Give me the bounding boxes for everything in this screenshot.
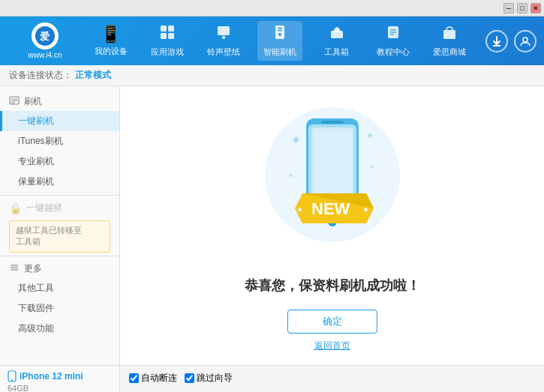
device-phone-icon bbox=[8, 370, 17, 382]
nav-smart-flash[interactable]: 智能刷机 bbox=[257, 21, 302, 61]
sidebar-section-flash[interactable]: 刷机 bbox=[0, 92, 119, 111]
sidebar-device-info: iPhone 12 mini 64GB Down-12mini-13,1 bbox=[0, 366, 120, 392]
profile-btn[interactable] bbox=[514, 30, 536, 52]
svg-text:爱: 爱 bbox=[40, 31, 50, 42]
svg-rect-34 bbox=[313, 129, 352, 195]
device-storage: 64GB bbox=[8, 384, 112, 392]
nav-bar: 📱 我的设备 应用游戏 bbox=[83, 21, 478, 61]
jailbreak-section-icon: 🔒 bbox=[9, 202, 22, 214]
nav-store[interactable]: 爱思商城 bbox=[427, 21, 472, 61]
sidebar-item-advanced[interactable]: 高级功能 bbox=[0, 319, 119, 339]
auto-disconnect-input[interactable] bbox=[129, 373, 139, 383]
svg-rect-4 bbox=[161, 33, 167, 39]
my-device-label: 我的设备 bbox=[95, 46, 128, 57]
apps-icon bbox=[159, 24, 176, 45]
minimize-btn[interactable]: ─ bbox=[503, 3, 514, 13]
my-device-icon: 📱 bbox=[101, 25, 121, 44]
svg-rect-15 bbox=[335, 27, 338, 30]
logo-area: 爱 www.i4.cn bbox=[8, 22, 83, 59]
status-value: 正常模式 bbox=[75, 69, 111, 82]
tools-label: 工具箱 bbox=[324, 46, 349, 58]
svg-rect-35 bbox=[321, 121, 344, 124]
success-illustration: ✦ ✦ ✦ ✦ ★ ★ NEW bbox=[257, 100, 407, 265]
status-bar: 设备连接状态： 正常模式 bbox=[0, 65, 544, 86]
download-btn[interactable] bbox=[485, 30, 508, 52]
tools-icon bbox=[329, 24, 345, 45]
sidebar-section-jailbreak: 🔒 一键越狱 bbox=[0, 199, 119, 217]
content-bottom-bar: 自动断连 跳过向导 阻止iTunes运行 V7.98.66 客服 微信公众号 检… bbox=[120, 366, 544, 392]
more-section-icon bbox=[9, 262, 20, 275]
confirm-button[interactable]: 确定 bbox=[287, 310, 377, 334]
smart-flash-icon bbox=[272, 24, 288, 45]
checkboxes-row: 自动断连 跳过向导 bbox=[120, 366, 544, 388]
svg-text:✦: ✦ bbox=[290, 133, 302, 148]
maximize-btn[interactable]: □ bbox=[517, 3, 527, 13]
svg-rect-10 bbox=[278, 28, 282, 29]
logo-icon: 爱 bbox=[32, 22, 59, 49]
svg-text:★: ★ bbox=[296, 205, 303, 214]
svg-rect-11 bbox=[278, 30, 282, 31]
svg-point-12 bbox=[278, 33, 281, 36]
store-icon bbox=[441, 24, 458, 45]
sidebar-section-more[interactable]: 更多 bbox=[0, 259, 119, 278]
svg-text:★: ★ bbox=[362, 205, 369, 214]
tutorials-label: 教程中心 bbox=[377, 46, 410, 58]
sidebar-divider-1 bbox=[0, 195, 119, 196]
svg-rect-6 bbox=[218, 26, 230, 35]
smart-flash-label: 智能刷机 bbox=[263, 46, 296, 58]
skip-wizard-input[interactable] bbox=[185, 373, 194, 383]
content-area: ✦ ✦ ✦ ✦ ★ ★ NEW 恭喜您，保资料刷机成功啦！ 确定 bbox=[120, 86, 544, 365]
skip-wizard-label: 跳过向导 bbox=[197, 372, 233, 385]
skip-wizard-checkbox[interactable]: 跳过向导 bbox=[185, 372, 233, 385]
more-section-label: 更多 bbox=[24, 262, 42, 275]
sidebar-item-pro-flash[interactable]: 专业刷机 bbox=[0, 151, 119, 172]
svg-point-47 bbox=[11, 379, 13, 381]
bottom-section: iPhone 12 mini 64GB Down-12mini-13,1 自动断… bbox=[0, 365, 544, 392]
device-name: iPhone 12 mini bbox=[20, 371, 83, 382]
main-layout: 刷机 一键刷机 iTunes刷机 专业刷机 保量刷机 🔒 一键越狱 越狱工具已转… bbox=[0, 86, 544, 365]
auto-disconnect-label: 自动断连 bbox=[141, 372, 177, 385]
sidebar-item-save-flash[interactable]: 保量刷机 bbox=[0, 172, 119, 192]
nav-tutorials[interactable]: 教程中心 bbox=[371, 21, 416, 61]
window-controls[interactable]: ─ □ ✕ bbox=[503, 3, 541, 13]
svg-text:✦: ✦ bbox=[365, 130, 374, 142]
logo-url: www.i4.cn bbox=[28, 51, 62, 59]
title-bar: ─ □ ✕ bbox=[0, 0, 544, 16]
tutorials-icon bbox=[385, 24, 401, 45]
apps-label: 应用游戏 bbox=[151, 46, 184, 58]
ringtones-label: 铃声壁纸 bbox=[207, 46, 240, 58]
auto-disconnect-checkbox[interactable]: 自动断连 bbox=[129, 372, 177, 385]
svg-rect-20 bbox=[443, 30, 455, 39]
flash-section-label: 刷机 bbox=[24, 95, 42, 108]
sidebar: 刷机 一键刷机 iTunes刷机 专业刷机 保量刷机 🔒 一键越狱 越狱工具已转… bbox=[0, 86, 120, 365]
header: 爱 www.i4.cn 📱 我的设备 应用游戏 bbox=[0, 16, 544, 65]
sidebar-item-other-tools[interactable]: 其他工具 bbox=[0, 278, 119, 298]
svg-text:NEW: NEW bbox=[311, 199, 350, 218]
jailbreak-section-label: 一键越狱 bbox=[26, 202, 62, 214]
flash-section-icon bbox=[9, 95, 20, 108]
nav-tools[interactable]: 工具箱 bbox=[314, 21, 359, 61]
nav-my-device[interactable]: 📱 我的设备 bbox=[89, 22, 134, 60]
sidebar-item-itunes-flash[interactable]: iTunes刷机 bbox=[0, 131, 119, 151]
svg-rect-5 bbox=[168, 33, 174, 39]
svg-point-22 bbox=[523, 37, 527, 42]
back-home-link[interactable]: 返回首页 bbox=[314, 340, 350, 352]
congrats-text: 恭喜您，保资料刷机成功啦！ bbox=[245, 277, 420, 295]
nav-apps-games[interactable]: 应用游戏 bbox=[145, 21, 190, 61]
jailbreak-note: 越狱工具已转移至工具箱 bbox=[9, 220, 110, 253]
sidebar-item-download-firmware[interactable]: 下载固件 bbox=[0, 298, 119, 319]
svg-text:✦: ✦ bbox=[287, 171, 294, 180]
store-label: 爱思商城 bbox=[433, 46, 466, 58]
svg-rect-9 bbox=[275, 25, 284, 39]
status-label: 设备连接状态： bbox=[9, 69, 72, 82]
svg-rect-2 bbox=[161, 25, 167, 31]
sidebar-divider-2 bbox=[0, 256, 119, 256]
svg-rect-3 bbox=[168, 25, 174, 31]
svg-text:✦: ✦ bbox=[368, 163, 374, 171]
sidebar-item-one-key-flash[interactable]: 一键刷机 bbox=[0, 111, 119, 131]
close-btn[interactable]: ✕ bbox=[530, 3, 541, 13]
header-actions bbox=[485, 30, 536, 52]
nav-ringtones[interactable]: 铃声壁纸 bbox=[201, 21, 246, 61]
ringtones-icon bbox=[215, 24, 232, 45]
